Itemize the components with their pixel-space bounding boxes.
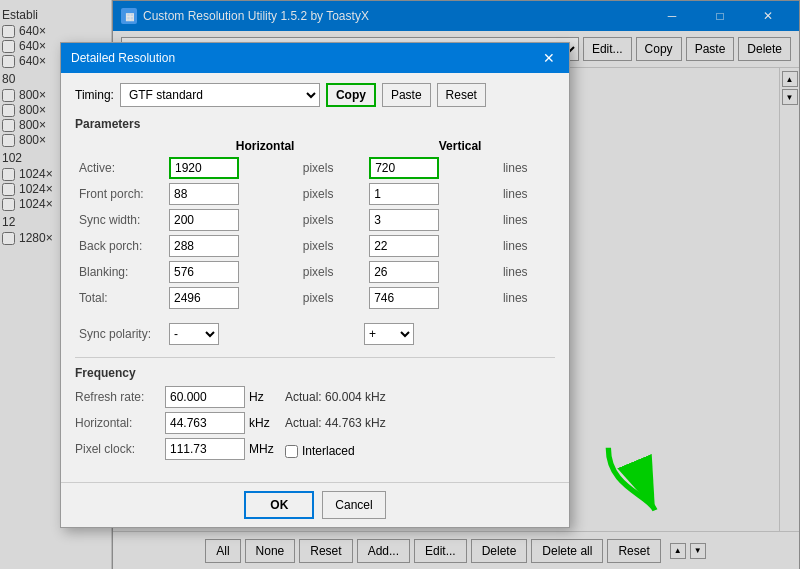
sync-h-select[interactable]: - (169, 323, 219, 345)
param-v-input[interactable] (369, 235, 439, 257)
param-h-input[interactable] (169, 261, 239, 283)
timing-copy-button[interactable]: Copy (326, 83, 376, 107)
param-v-unit: lines (499, 285, 555, 311)
param-h-input[interactable] (169, 183, 239, 205)
param-v-unit: lines (499, 155, 555, 181)
param-row: Back porch:pixelslines (75, 233, 555, 259)
horizontal-freq-label: Horizontal: (75, 416, 165, 430)
param-v-input[interactable] (369, 183, 439, 205)
pixel-clock-input[interactable]: 111.73 (165, 438, 245, 460)
parameters-table: Horizontal Vertical Active:pixelslinesFr… (75, 137, 555, 311)
vertical-header: Vertical (365, 137, 555, 155)
param-v-unit: lines (499, 233, 555, 259)
param-h-input[interactable] (169, 235, 239, 257)
dialog-close-button[interactable]: ✕ (539, 48, 559, 68)
param-h-input[interactable] (169, 287, 239, 309)
param-label: Total: (75, 285, 165, 311)
param-h-unit: pixels (299, 207, 365, 233)
param-v-input[interactable] (369, 157, 439, 179)
sync-v-select[interactable]: + (364, 323, 414, 345)
param-v-input[interactable] (369, 209, 439, 231)
param-h-unit: pixels (299, 155, 365, 181)
param-row: Active:pixelslines (75, 155, 555, 181)
dialog-title-bar: Detailed Resolution ✕ (61, 43, 569, 73)
pixel-clock-label: Pixel clock: (75, 442, 165, 456)
param-h-unit: pixels (299, 259, 365, 285)
interlaced-row: Interlaced (285, 444, 355, 458)
sync-polarity-label: Sync polarity: (75, 321, 165, 347)
horizontal-freq-input[interactable]: 44.763 (165, 412, 245, 434)
dialog-footer: OK Cancel (61, 482, 569, 527)
param-v-unit: lines (499, 207, 555, 233)
timing-paste-button[interactable]: Paste (382, 83, 431, 107)
timing-row: Timing: GTF standardCVT standardCVT redu… (75, 83, 555, 107)
cancel-button[interactable]: Cancel (322, 491, 385, 519)
param-v-input[interactable] (369, 261, 439, 283)
param-label: Front porch: (75, 181, 165, 207)
param-row: Sync width:pixelslines (75, 207, 555, 233)
horizontal-freq-unit: kHz (245, 416, 285, 430)
refresh-rate-row: Refresh rate: 60.000 Hz Actual: 60.004 k… (75, 386, 555, 408)
param-h-unit: pixels (299, 285, 365, 311)
horizontal-header: Horizontal (165, 137, 365, 155)
refresh-rate-unit: Hz (245, 390, 285, 404)
param-label: Blanking: (75, 259, 165, 285)
sync-polarity-table: Sync polarity: - + (75, 321, 555, 347)
timing-select[interactable]: GTF standardCVT standardCVT reduced blan… (120, 83, 320, 107)
frequency-header: Frequency (75, 366, 555, 380)
ok-button[interactable]: OK (244, 491, 314, 519)
interlaced-checkbox[interactable] (285, 445, 298, 458)
parameters-header: Parameters (75, 117, 555, 131)
dialog-overlay: Detailed Resolution ✕ Timing: GTF standa… (0, 0, 800, 569)
timing-label: Timing: (75, 88, 114, 102)
param-label: Back porch: (75, 233, 165, 259)
refresh-rate-input[interactable]: 60.000 (165, 386, 245, 408)
param-h-unit: pixels (299, 181, 365, 207)
detailed-resolution-dialog: Detailed Resolution ✕ Timing: GTF standa… (60, 42, 570, 528)
timing-reset-button[interactable]: Reset (437, 83, 486, 107)
param-v-input[interactable] (369, 287, 439, 309)
dialog-body: Timing: GTF standardCVT standardCVT redu… (61, 73, 569, 474)
param-v-unit: lines (499, 181, 555, 207)
param-label: Sync width: (75, 207, 165, 233)
interlaced-label: Interlaced (302, 444, 355, 458)
param-row: Total:pixelslines (75, 285, 555, 311)
param-v-unit: lines (499, 259, 555, 285)
refresh-rate-actual: Actual: 60.004 kHz (285, 390, 386, 404)
param-row: Front porch:pixelslines (75, 181, 555, 207)
param-h-unit: pixels (299, 233, 365, 259)
horizontal-freq-actual: Actual: 44.763 kHz (285, 416, 386, 430)
pixel-clock-unit: MHz (245, 442, 285, 456)
refresh-rate-label: Refresh rate: (75, 390, 165, 404)
param-label: Active: (75, 155, 165, 181)
param-h-input[interactable] (169, 209, 239, 231)
param-h-input[interactable] (169, 157, 239, 179)
horizontal-freq-row: Horizontal: 44.763 kHz Actual: 44.763 kH… (75, 412, 555, 434)
dialog-title-text: Detailed Resolution (71, 51, 175, 65)
frequency-section: Frequency Refresh rate: 60.000 Hz Actual… (75, 357, 555, 460)
param-row: Blanking:pixelslines (75, 259, 555, 285)
pixel-clock-row: Pixel clock: 111.73 MHz Interlaced (75, 438, 555, 460)
